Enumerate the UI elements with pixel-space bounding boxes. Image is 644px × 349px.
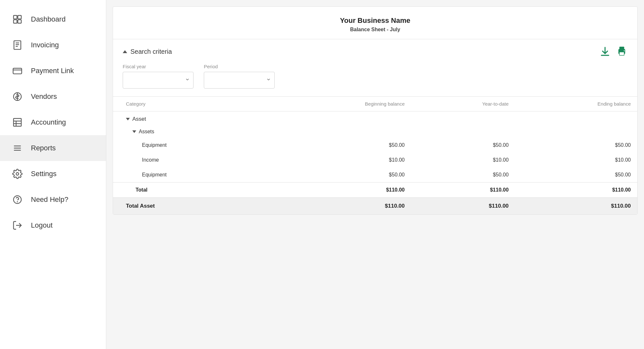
reports-icon (12, 142, 23, 154)
row-category: Equipment (113, 167, 272, 183)
total-row: Total $110.00 $110.00 $110.00 (113, 183, 637, 198)
sidebar-label-accounting: Accounting (31, 118, 66, 127)
sidebar-label-settings: Settings (31, 170, 57, 178)
sidebar-label-invoicing: Invoicing (31, 41, 59, 49)
col-beginning-balance: Beginning balance (272, 97, 411, 111)
grand-total-row: Total Asset $110.00 $110.00 $110.00 (113, 198, 637, 215)
row-year-to-date: $50.00 (411, 167, 515, 183)
search-criteria-label: Search criteria (130, 48, 172, 55)
collapse-icon[interactable] (123, 50, 127, 53)
svg-rect-27 (620, 52, 624, 56)
report-header: Your Business Name Balance Sheet - July (113, 7, 637, 39)
table-header: Category Beginning balance Year-to-date … (113, 97, 637, 111)
sidebar-item-payment-link[interactable]: Payment Link (0, 58, 106, 84)
sidebar-item-accounting[interactable]: Accounting (0, 109, 106, 135)
period-select-wrapper (204, 72, 275, 89)
section-expand-icon[interactable] (126, 118, 130, 120)
section-asset-name: Asset (113, 111, 272, 126)
fiscal-year-select[interactable] (123, 72, 194, 89)
total-label: Total (113, 183, 272, 198)
col-year-to-date: Year-to-date (411, 97, 515, 111)
subsection-assets-name: Assets (113, 126, 272, 138)
svg-rect-8 (13, 68, 22, 74)
grand-total-beginning: $110.00 (272, 198, 411, 215)
svg-point-20 (16, 173, 19, 175)
total-ytd: $110.00 (411, 183, 515, 198)
dashboard-icon (12, 14, 23, 25)
grand-total-label: Total Asset (113, 198, 272, 215)
payment-link-icon (12, 65, 23, 77)
fiscal-year-label: Fiscal year (123, 64, 194, 69)
fiscal-year-select-wrapper (123, 72, 194, 89)
report-card: Your Business Name Balance Sheet - July … (113, 6, 638, 215)
table-row: Equipment $50.00 $50.00 $50.00 (113, 138, 637, 153)
col-ending-balance: Ending balance (515, 97, 637, 111)
report-title: Balance Sheet - July (119, 27, 631, 33)
logout-icon (12, 220, 23, 231)
sidebar: Dashboard Invoicing Payment Link (0, 0, 106, 349)
sidebar-item-invoicing[interactable]: Invoicing (0, 32, 106, 58)
svg-point-28 (624, 50, 625, 51)
svg-rect-1 (18, 15, 21, 19)
row-ending-balance: $50.00 (515, 138, 637, 153)
svg-rect-26 (620, 47, 624, 50)
row-beginning-balance: $50.00 (272, 138, 411, 153)
period-field: Period (204, 64, 275, 89)
section-asset-label: Asset (132, 116, 146, 122)
sidebar-item-settings[interactable]: Settings (0, 161, 106, 187)
subsection-assets-label: Assets (139, 129, 154, 135)
sidebar-item-logout[interactable]: Logout (0, 212, 106, 238)
svg-rect-3 (18, 20, 21, 23)
row-beginning-balance: $50.00 (272, 167, 411, 183)
help-icon (12, 194, 23, 205)
svg-rect-2 (14, 20, 17, 23)
grand-total-ending: $110.00 (515, 198, 637, 215)
row-category: Income (113, 153, 272, 167)
row-ending-balance: $10.00 (515, 153, 637, 167)
sidebar-item-need-help[interactable]: Need Help? (0, 187, 106, 212)
sidebar-label-reports: Reports (31, 144, 56, 152)
sidebar-label-need-help: Need Help? (31, 195, 68, 204)
vendors-icon (12, 91, 23, 102)
row-category: Equipment (113, 138, 272, 153)
total-ending: $110.00 (515, 183, 637, 198)
report-table: Category Beginning balance Year-to-date … (113, 96, 637, 214)
subsection-expand-icon[interactable] (132, 130, 136, 133)
svg-rect-13 (14, 118, 21, 126)
action-icons (599, 46, 628, 57)
row-beginning-balance: $10.00 (272, 153, 411, 167)
sidebar-item-dashboard[interactable]: Dashboard (0, 6, 106, 32)
sidebar-item-reports[interactable]: Reports (0, 135, 106, 161)
svg-rect-24 (601, 55, 609, 56)
sidebar-label-logout: Logout (31, 221, 52, 230)
row-ending-balance: $50.00 (515, 167, 637, 183)
invoicing-icon (12, 39, 23, 51)
total-beginning: $110.00 (272, 183, 411, 198)
sidebar-label-dashboard: Dashboard (31, 15, 66, 24)
settings-icon (12, 168, 23, 180)
search-criteria-section: Search criteria Fiscal year (113, 39, 637, 96)
period-select[interactable] (204, 72, 275, 89)
subsection-assets: Assets (113, 126, 637, 138)
main-content: Your Business Name Balance Sheet - July … (106, 0, 644, 349)
sidebar-label-vendors: Vendors (31, 92, 57, 101)
search-criteria-title: Search criteria (123, 48, 172, 55)
period-label: Period (204, 64, 275, 69)
print-button[interactable] (616, 46, 628, 57)
section-asset: Asset (113, 111, 637, 126)
fiscal-year-field: Fiscal year (123, 64, 194, 89)
sidebar-item-vendors[interactable]: Vendors (0, 84, 106, 109)
table-row: Equipment $50.00 $50.00 $50.00 (113, 167, 637, 183)
row-year-to-date: $50.00 (411, 138, 515, 153)
svg-point-21 (14, 196, 21, 203)
grand-total-ytd: $110.00 (411, 198, 515, 215)
svg-rect-0 (14, 15, 17, 19)
accounting-icon (12, 117, 23, 128)
sidebar-label-payment-link: Payment Link (31, 67, 74, 75)
search-criteria-header: Search criteria (123, 46, 628, 57)
row-year-to-date: $10.00 (411, 153, 515, 167)
col-category: Category (113, 97, 272, 111)
criteria-fields: Fiscal year Period (123, 64, 628, 89)
download-button[interactable] (599, 46, 611, 57)
table-row: Income $10.00 $10.00 $10.00 (113, 153, 637, 167)
